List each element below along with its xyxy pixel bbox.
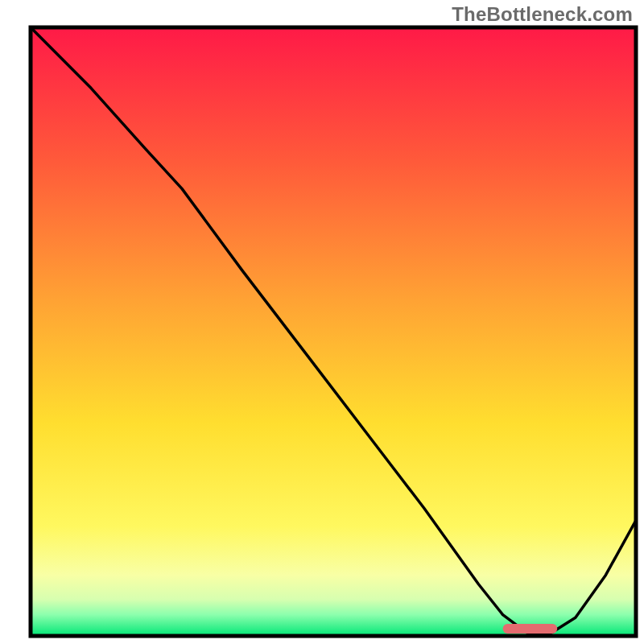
- chart-container: { "watermark": "TheBottleneck.com", "col…: [0, 0, 644, 644]
- optimal-range-marker: [503, 624, 558, 634]
- bottleneck-chart: [0, 0, 644, 644]
- plot-background: [31, 27, 636, 636]
- watermark-text: TheBottleneck.com: [452, 3, 633, 26]
- plot-area: [31, 27, 636, 636]
